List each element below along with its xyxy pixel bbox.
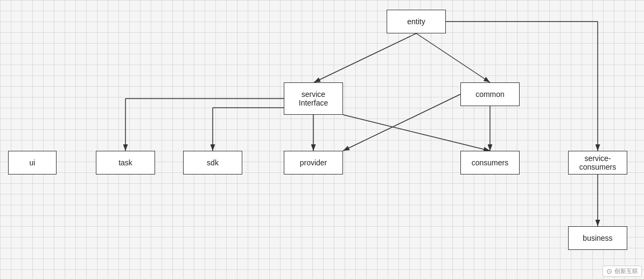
node-consumers: consumers bbox=[460, 151, 520, 175]
svg-line-11 bbox=[343, 94, 460, 151]
node-service-interface: serviceInterface bbox=[284, 82, 343, 115]
node-common: common bbox=[460, 82, 520, 106]
watermark: ⊙ 创新互联 bbox=[603, 266, 642, 277]
node-task: task bbox=[96, 151, 155, 175]
svg-line-2 bbox=[416, 33, 490, 82]
node-ui: ui bbox=[8, 151, 57, 175]
node-provider: provider bbox=[284, 151, 343, 175]
arrows-svg bbox=[0, 0, 644, 279]
node-sdk: sdk bbox=[183, 151, 242, 175]
svg-line-1 bbox=[314, 33, 416, 82]
svg-line-10 bbox=[343, 115, 490, 151]
node-entity: entity bbox=[387, 10, 446, 33]
diagram-container: entity serviceInterface common ui task s… bbox=[0, 0, 644, 279]
node-business: business bbox=[568, 226, 627, 250]
node-service-consumers: service-consumers bbox=[568, 151, 627, 175]
